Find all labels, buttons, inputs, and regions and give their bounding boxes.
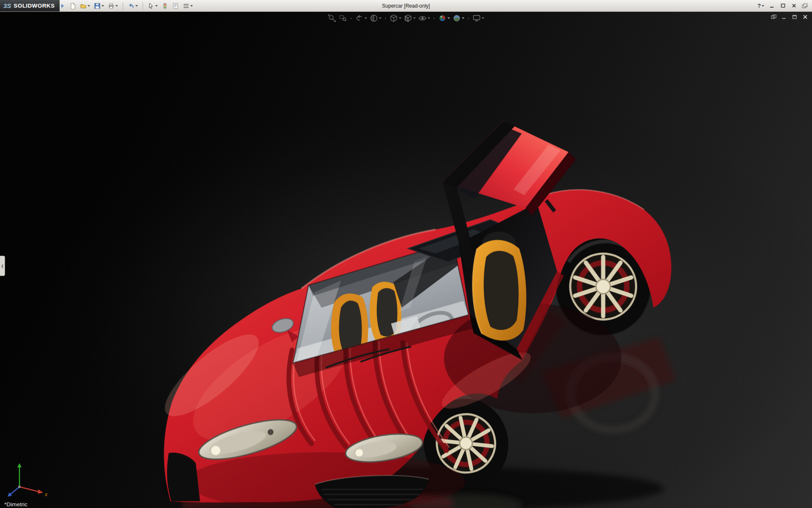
menu-expand-arrow-icon[interactable] xyxy=(61,4,64,8)
edit-appearance-ball-icon xyxy=(438,14,447,22)
hud-separator xyxy=(351,18,352,19)
document-restore-button[interactable] xyxy=(791,14,798,20)
window-restore-icon xyxy=(792,14,797,19)
apply-scene-button[interactable] xyxy=(453,14,464,22)
select-button[interactable] xyxy=(146,1,159,11)
chevron-down-icon xyxy=(399,17,401,19)
edit-appearance-button[interactable] xyxy=(438,14,450,22)
section-view-button[interactable] xyxy=(370,14,381,22)
solidworks-window: { "titlebar": { "brand": { "glyph": "3S"… xyxy=(0,0,812,508)
zoom-to-area-button[interactable] xyxy=(339,14,347,22)
dassault-3ds-logo-icon: 3S xyxy=(3,2,11,9)
select-cursor-icon xyxy=(148,3,154,9)
previous-view-icon xyxy=(355,14,364,22)
previous-view-button[interactable] xyxy=(355,14,367,22)
hide-show-items-button[interactable] xyxy=(418,14,430,22)
options-button[interactable] xyxy=(181,1,194,11)
view-settings-button[interactable] xyxy=(472,14,484,22)
titlebar: 3S SOLIDWORKS xyxy=(0,0,812,12)
chevron-down-icon xyxy=(115,5,118,7)
apply-scene-icon xyxy=(453,14,461,22)
close-icon xyxy=(792,3,796,8)
featuremanager-collapsed-tab[interactable]: ❮ xyxy=(0,256,5,276)
window-tile-icon xyxy=(771,14,776,19)
print-button[interactable] xyxy=(107,1,119,11)
x-axis-arrow xyxy=(38,489,43,494)
toolbar-separator xyxy=(143,2,143,10)
save-button[interactable] xyxy=(93,1,105,11)
window-stack-icon xyxy=(802,3,808,8)
standard-toolbar xyxy=(68,1,194,11)
window-close-icon xyxy=(803,14,808,19)
chevron-down-icon xyxy=(482,17,484,19)
zoom-to-fit-button[interactable] xyxy=(328,14,336,22)
hide-show-items-eye-icon xyxy=(418,14,427,22)
3d-model-supercar[interactable] xyxy=(0,12,812,508)
minimize-icon xyxy=(770,3,774,8)
view-orientation-button[interactable] xyxy=(390,14,401,22)
document-tile-button[interactable] xyxy=(770,14,777,20)
x-axis-label: x xyxy=(44,491,48,497)
zoom-to-area-icon xyxy=(339,14,347,22)
chevron-down-icon xyxy=(365,17,367,19)
chevron-down-icon xyxy=(428,17,430,19)
solidworks-logo-text: SOLIDWORKS xyxy=(14,3,55,9)
chevron-down-icon xyxy=(155,5,158,7)
options-icon xyxy=(183,3,189,9)
window-stack-button[interactable] xyxy=(800,2,809,10)
hud-separator xyxy=(385,18,386,19)
minimize-window-button[interactable] xyxy=(767,2,776,10)
heads-up-view-toolbar xyxy=(328,14,484,22)
chevron-down-icon xyxy=(190,5,193,7)
chevron-down-icon xyxy=(447,17,450,19)
view-orientation-label: *Dimetric xyxy=(4,501,27,508)
graphics-viewport[interactable]: ❮ xyxy=(0,12,812,508)
open-button[interactable] xyxy=(79,1,91,11)
section-view-icon xyxy=(370,14,378,22)
chevron-down-icon xyxy=(462,17,464,19)
maximize-window-button[interactable] xyxy=(778,2,787,10)
file-properties-button[interactable] xyxy=(171,1,180,11)
y-axis-arrow xyxy=(17,463,22,467)
document-window-controls xyxy=(770,14,809,20)
hud-separator xyxy=(433,18,435,19)
chevron-down-icon xyxy=(762,5,764,7)
file-properties-icon xyxy=(172,3,179,9)
view-orientation-cube-icon xyxy=(390,14,398,22)
chevron-down-icon xyxy=(135,5,138,7)
undo-arrow-icon xyxy=(128,3,134,9)
save-floppy-icon xyxy=(94,3,101,9)
open-folder-icon xyxy=(80,3,87,9)
close-window-button[interactable] xyxy=(789,2,798,10)
titlebar-right-controls: ? xyxy=(756,2,812,10)
chevron-down-icon xyxy=(88,5,90,7)
window-minimize-icon xyxy=(782,14,787,19)
display-style-icon xyxy=(404,14,412,22)
print-icon xyxy=(108,3,115,9)
undo-button[interactable] xyxy=(126,1,139,11)
rebuild-traffic-light-icon xyxy=(162,3,168,9)
new-document-button[interactable] xyxy=(68,1,77,11)
reference-triad: x xyxy=(3,448,58,499)
rebuild-button[interactable] xyxy=(160,1,170,11)
maximize-icon xyxy=(781,3,785,8)
help-button[interactable]: ? xyxy=(756,3,765,9)
solidworks-logo: 3S SOLIDWORKS xyxy=(0,0,60,11)
chevron-down-icon xyxy=(413,17,416,19)
help-label: ? xyxy=(757,3,761,9)
document-minimize-button[interactable] xyxy=(781,14,787,20)
zoom-to-fit-icon xyxy=(328,14,336,22)
chevron-down-icon xyxy=(379,17,381,19)
chevron-down-icon xyxy=(102,5,104,7)
document-close-button[interactable] xyxy=(802,14,809,20)
view-settings-icon xyxy=(472,14,481,22)
hud-separator xyxy=(468,18,469,19)
toolbar-separator xyxy=(123,2,123,10)
new-document-icon xyxy=(69,3,76,9)
display-style-button[interactable] xyxy=(404,14,416,22)
